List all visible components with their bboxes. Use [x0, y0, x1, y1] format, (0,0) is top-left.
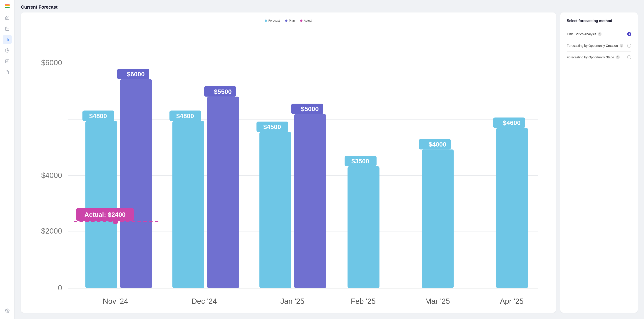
method-opportunity-creation[interactable]: Forecasting by Opportunity Creation ? [567, 40, 631, 52]
svg-text:Dec '24: Dec '24 [192, 297, 217, 305]
method-label-group-time-series: Time Series Analysis ? [567, 32, 602, 36]
svg-text:$3500: $3500 [352, 158, 369, 165]
svg-text:Jan '25: Jan '25 [280, 297, 304, 305]
help-icon-opp-stage[interactable]: ? [616, 56, 620, 59]
legend-forecast: Forecast [265, 19, 280, 22]
content-area: Forecast Plan Actual [14, 12, 644, 319]
logo-bar-red [5, 4, 10, 4]
logo-bar-green [5, 7, 10, 8]
svg-text:Feb '25: Feb '25 [351, 297, 376, 305]
legend-label-actual: Actual [304, 19, 312, 22]
bar-nov-forecast [85, 121, 117, 288]
svg-point-13 [6, 310, 8, 312]
method-label-time-series: Time Series Analysis [567, 32, 596, 36]
legend-dot-plan [285, 20, 288, 22]
help-icon-opp-creation[interactable]: ? [620, 44, 623, 48]
legend-dot-forecast [265, 20, 267, 22]
svg-text:Actual: $2400: Actual: $2400 [84, 211, 126, 218]
bar-nov-plan [120, 79, 152, 288]
bar-feb-forecast [348, 166, 379, 288]
svg-text:$4500: $4500 [263, 123, 281, 130]
chart-legend: Forecast Plan Actual [27, 19, 550, 22]
radio-opp-stage[interactable] [627, 55, 631, 59]
svg-text:$5000: $5000 [301, 106, 318, 112]
sidebar-item-pie[interactable] [3, 46, 12, 55]
bar-jan-plan [294, 114, 326, 288]
method-opportunity-stage[interactable]: Forecasting by Opportunity Stage ? [567, 52, 631, 63]
chart-svg: $6000 $4000 $2000 0 $4800 $6000 [27, 28, 550, 319]
app-logo [5, 4, 10, 8]
radio-opp-creation[interactable] [627, 44, 631, 48]
legend-label-plan: Plan [289, 19, 295, 22]
method-label-opp-creation: Forecasting by Opportunity Creation [567, 44, 618, 48]
page-header: Current Forecast [14, 0, 644, 12]
svg-rect-12 [6, 71, 8, 71]
main-content: Current Forecast Forecast Plan Actual [14, 0, 644, 319]
bar-dec-forecast [172, 121, 204, 288]
svg-text:Nov '24: Nov '24 [103, 297, 128, 305]
logo-bar-yellow [5, 5, 10, 6]
sidebar-item-analytics[interactable] [3, 35, 12, 44]
help-icon-time-series[interactable]: ? [598, 32, 602, 36]
sidebar-item-calendar[interactable] [3, 24, 12, 33]
page-title: Current Forecast [21, 4, 638, 10]
svg-text:$6000: $6000 [127, 71, 144, 78]
legend-actual: Actual [300, 19, 312, 22]
bar-apr-forecast [496, 128, 528, 288]
bar-dec-plan [207, 96, 239, 288]
sidebar-item-clipboard[interactable] [3, 68, 12, 77]
svg-text:0: 0 [58, 284, 62, 292]
svg-text:$4000: $4000 [41, 171, 62, 180]
forecasting-method-panel: Select forecasting method Time Series An… [560, 12, 638, 313]
svg-rect-0 [6, 27, 9, 30]
method-label-group-opp-stage: Forecasting by Opportunity Stage ? [567, 56, 620, 59]
chart-panel: Forecast Plan Actual [21, 12, 556, 313]
svg-text:$6000: $6000 [41, 58, 62, 67]
panel-title: Select forecasting method [567, 19, 631, 23]
svg-text:$4800: $4800 [176, 112, 194, 120]
svg-text:$4800: $4800 [89, 112, 107, 120]
sidebar-item-home[interactable] [3, 13, 12, 22]
method-time-series[interactable]: Time Series Analysis ? [567, 28, 631, 40]
bar-jan-forecast [259, 132, 291, 288]
sidebar-item-bar[interactable] [3, 57, 12, 66]
svg-text:$2000: $2000 [41, 227, 62, 235]
chart-area: $6000 $4000 $2000 0 $4800 $6000 [27, 28, 550, 319]
legend-plan: Plan [285, 19, 295, 22]
svg-text:$4000: $4000 [428, 141, 446, 148]
svg-text:Mar '25: Mar '25 [425, 297, 450, 305]
svg-text:$5500: $5500 [214, 88, 232, 95]
radio-time-series[interactable] [627, 32, 631, 36]
legend-dot-actual [300, 20, 302, 22]
method-label-opp-stage: Forecasting by Opportunity Stage [567, 56, 614, 59]
sidebar-item-settings[interactable] [3, 306, 12, 315]
svg-text:Apr '25: Apr '25 [500, 297, 524, 305]
svg-text:$4600: $4600 [503, 119, 520, 126]
legend-label-forecast: Forecast [268, 19, 280, 22]
method-label-group-opp-creation: Forecasting by Opportunity Creation ? [567, 44, 623, 48]
sidebar [0, 0, 14, 319]
bar-mar-forecast [422, 150, 454, 288]
